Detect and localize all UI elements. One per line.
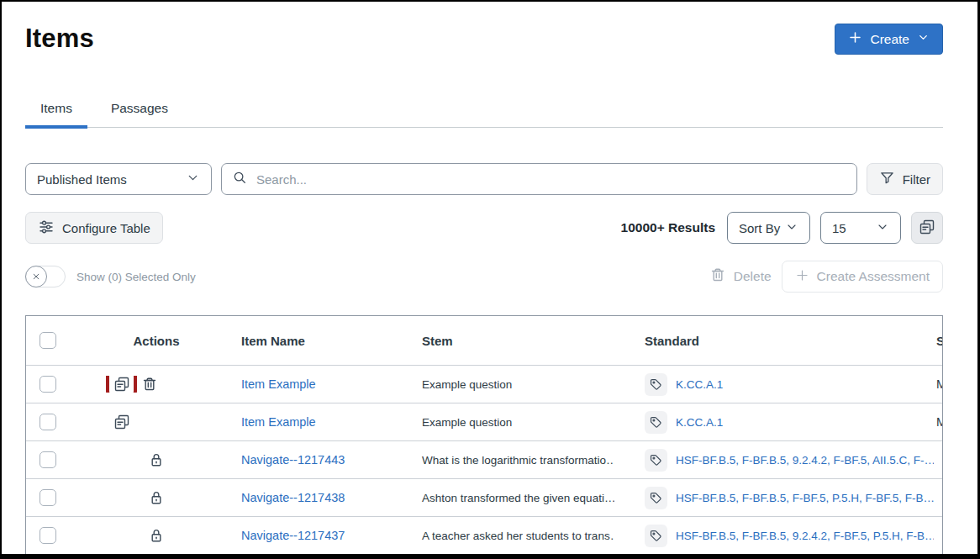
create-assessment-label: Create Assessment: [817, 269, 930, 284]
filter-button[interactable]: Filter: [867, 163, 943, 195]
sort-by-select[interactable]: Sort By: [727, 212, 810, 244]
plus-icon: [795, 268, 809, 286]
standard-link[interactable]: HSF-BF.B.5, F-BF.B.5, F-BF.5, P.5.H, F-B…: [676, 492, 934, 504]
copy-item-button[interactable]: [113, 376, 130, 393]
page-title: Items: [25, 24, 94, 54]
standard-link[interactable]: K.CC.A.1: [676, 416, 723, 429]
search-box[interactable]: [221, 163, 857, 195]
lock-icon: [148, 527, 165, 544]
plus-icon: [848, 30, 862, 48]
standard-link[interactable]: HSF-BF.B.5, F-BF.B.5, 9.2.4.2, F-BF.5, A…: [676, 454, 934, 467]
configure-table-button[interactable]: Configure Table: [25, 212, 163, 244]
delete-item-button[interactable]: [141, 376, 158, 393]
tag-icon: [645, 449, 667, 472]
stem-text: What is the logarithmic transformatio…: [392, 454, 614, 467]
tab-passages[interactable]: Passages: [96, 101, 183, 127]
show-selected-label: Show (0) Selected Only: [76, 271, 196, 283]
sliders-icon: [38, 219, 55, 238]
subject-text: Math: [934, 377, 943, 391]
row-checkbox[interactable]: [40, 414, 56, 430]
copy-icon: [919, 219, 935, 238]
column-header-stem: Stem: [392, 334, 614, 348]
create-assessment-button[interactable]: Create Assessment: [782, 261, 943, 293]
chevron-down-icon: [785, 220, 798, 236]
table-row: Navigate--1217438Ashton transformed the …: [26, 478, 943, 516]
page-size-value: 15: [832, 221, 846, 235]
trash-icon: [709, 266, 726, 287]
table-body: Item ExampleExample questionK.CC.A.1Math…: [26, 365, 942, 554]
column-header-actions: Actions: [102, 334, 211, 348]
standard-link[interactable]: K.CC.A.1: [676, 378, 723, 391]
stem-text: Ashton transformed the given equati…: [392, 492, 614, 504]
copy-item-button[interactable]: [113, 414, 130, 430]
subject-text: Math: [934, 415, 943, 429]
published-items-select-value: Published Items: [37, 172, 127, 187]
stem-text: Example question: [392, 416, 614, 429]
lock-icon: [148, 451, 165, 468]
column-header-standard: Standard: [614, 334, 934, 348]
search-icon: [232, 170, 247, 188]
tag-icon: [645, 373, 667, 396]
row-checkbox[interactable]: [40, 451, 56, 468]
table-row: Item ExampleExample questionK.CC.A.1Math: [26, 403, 943, 440]
tag-icon: [645, 525, 667, 547]
chevron-down-icon: [186, 171, 200, 187]
tag-icon: [645, 411, 667, 434]
column-header-subject: Subject: [934, 334, 943, 348]
funnel-icon: [879, 170, 895, 188]
row-checkbox[interactable]: [40, 489, 56, 506]
sort-by-value: Sort By: [739, 221, 780, 235]
item-name-link[interactable]: Item Example: [241, 415, 316, 429]
table-row: Item ExampleExample questionK.CC.A.1Math: [26, 365, 943, 403]
table-row: Navigate--1217443What is the logarithmic…: [26, 440, 943, 478]
row-checkbox[interactable]: [40, 527, 56, 544]
items-table: Actions Item Name Stem Standard Subject …: [25, 315, 943, 555]
clear-selection-icon[interactable]: [25, 266, 47, 287]
chevron-down-icon: [876, 220, 889, 236]
tab-bar: Items Passages: [25, 101, 943, 128]
lock-icon: [148, 489, 165, 506]
copy-pages-button[interactable]: [911, 212, 943, 244]
item-name-link[interactable]: Navigate--1217437: [241, 529, 345, 542]
results-count: 10000+ Results: [621, 220, 715, 235]
delete-button-label: Delete: [734, 269, 772, 284]
show-selected-toggle[interactable]: [25, 266, 66, 287]
stem-text: A teacher asked her students to trans…: [392, 530, 614, 542]
page-size-select[interactable]: 15: [820, 212, 901, 244]
tag-icon: [645, 487, 667, 509]
tab-items[interactable]: Items: [25, 101, 87, 127]
create-button[interactable]: Create: [835, 24, 943, 55]
search-input[interactable]: [255, 171, 846, 187]
app-window: Items Create Items Passages Published It…: [0, 0, 980, 559]
filter-button-label: Filter: [903, 172, 930, 187]
item-name-link[interactable]: Navigate--1217443: [241, 453, 345, 467]
column-header-item-name: Item Name: [211, 334, 392, 348]
chevron-down-icon: [917, 31, 930, 47]
table-row: Navigate--1217437A teacher asked her stu…: [26, 516, 943, 554]
standard-link[interactable]: HSF-BF.B.5, F-BF.B.5, 9.2.4.2, F-BF.5, P…: [676, 530, 934, 542]
configure-table-label: Configure Table: [62, 221, 150, 235]
delete-button[interactable]: Delete: [709, 266, 772, 287]
table-header-row: Actions Item Name Stem Standard Subject: [26, 316, 943, 365]
published-items-select[interactable]: Published Items: [25, 163, 212, 195]
create-button-label: Create: [870, 32, 909, 47]
row-checkbox[interactable]: [40, 376, 56, 393]
item-name-link[interactable]: Navigate--1217438: [241, 491, 345, 504]
item-name-link[interactable]: Item Example: [241, 377, 316, 391]
stem-text: Example question: [392, 378, 614, 391]
select-all-checkbox[interactable]: [40, 332, 56, 349]
